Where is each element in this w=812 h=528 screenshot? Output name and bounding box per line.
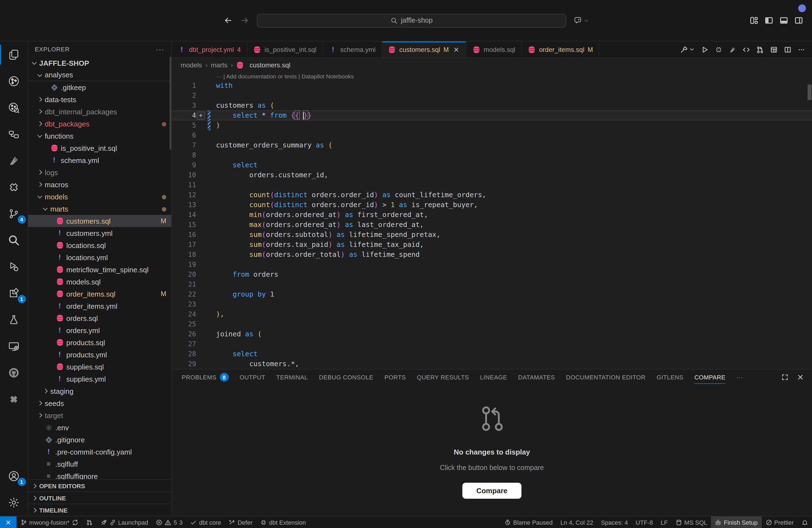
customize-layout-icon[interactable]: [750, 16, 758, 25]
code-line-17[interactable]: 17 sum(orders.tax_paid) as lifetime_tax_…: [172, 240, 812, 250]
code-line-15[interactable]: 15 max(orders.ordered_at) as last_ordere…: [172, 220, 812, 230]
section-open-editors[interactable]: OPEN EDITORS: [28, 480, 171, 492]
code-line-18[interactable]: 18 sum(orders.order_total) as lifetime_s…: [172, 250, 812, 260]
compare-button[interactable]: Compare: [463, 483, 521, 499]
dbt-logo-icon[interactable]: [729, 46, 736, 53]
tree-item-products.yml[interactable]: !products.yml: [28, 349, 171, 361]
tree-item-customers.yml[interactable]: !customers.yml: [28, 227, 171, 239]
sidebar-scrollbar[interactable]: [170, 57, 171, 150]
breadcrumb-item-customers.sql[interactable]: customers.sql: [236, 61, 290, 69]
code-line-22[interactable]: 22 group by 1: [172, 289, 812, 299]
status-eol[interactable]: LF: [657, 516, 672, 528]
tree-item-JAFFLE-SHOP[interactable]: JAFFLE-SHOP: [28, 57, 171, 69]
activity-run-debug[interactable]: [0, 253, 28, 280]
activity-flowchart-view[interactable]: [0, 121, 28, 147]
tree-item-locations.sql[interactable]: locations.sql: [28, 239, 171, 251]
code-line-12[interactable]: 12 count(distinct orders.order_id) as co…: [172, 190, 812, 200]
status-prettier[interactable]: Prettier: [762, 516, 798, 528]
code-icon[interactable]: [742, 46, 750, 53]
editor-scrollbar[interactable]: [808, 85, 811, 100]
forward-icon[interactable]: [240, 16, 249, 25]
tree-item-dbt_packages[interactable]: dbt_packages: [28, 118, 171, 130]
code-line-27[interactable]: 27: [172, 339, 812, 349]
panel-tab-output[interactable]: OUTPUT: [240, 369, 265, 385]
tab-customers.sql[interactable]: customers.sqlM: [382, 41, 466, 57]
toggle-sidebar-icon[interactable]: [765, 16, 773, 25]
status-dbt-core[interactable]: dbt core: [186, 516, 225, 528]
activity-dbt-power-user[interactable]: [0, 174, 28, 201]
tree-item-locations.yml[interactable]: !locations.yml: [28, 251, 171, 263]
code-line-2[interactable]: 2: [172, 91, 812, 101]
tree-item-seeds[interactable]: seeds: [28, 397, 171, 409]
code-line-8[interactable]: 8: [172, 150, 812, 160]
tree-item-schema.yml[interactable]: !schema.yml: [28, 154, 171, 166]
breadcrumb-item-models[interactable]: models: [180, 61, 202, 69]
code-line-25[interactable]: 25: [172, 319, 812, 329]
code-line-28[interactable]: 28 select: [172, 349, 812, 359]
tree-item-.sqlfluff[interactable]: ≡.sqlfluff: [28, 458, 171, 470]
breadcrumb-item-marts[interactable]: marts: [211, 61, 227, 69]
activity-remote-explorer[interactable]: [0, 333, 28, 360]
status-defer[interactable]: Defer: [225, 516, 256, 528]
tree-item-models[interactable]: models: [28, 191, 171, 203]
tree-item-supplies.sql[interactable]: supplies.sql: [28, 361, 171, 373]
tree-item-data-tests[interactable]: data-tests: [28, 93, 171, 105]
code-line-11[interactable]: 11: [172, 180, 812, 190]
status-finish-setup[interactable]: Finish Setup: [711, 516, 762, 528]
panel-tab-query-results[interactable]: QUERY RESULTS: [417, 369, 469, 385]
panel-tab-ports[interactable]: PORTS: [385, 369, 406, 385]
activity-testing[interactable]: [0, 307, 28, 333]
activity-settings[interactable]: [0, 489, 28, 516]
tab-schema.yml[interactable]: !schema.yml: [323, 41, 382, 57]
tab-models.sql[interactable]: models.sql: [466, 41, 522, 57]
x-cross-icon[interactable]: [715, 46, 723, 53]
activity-dbt[interactable]: [0, 147, 28, 174]
status-encoding[interactable]: UTF-8: [632, 516, 657, 528]
tree-item-macros[interactable]: macros: [28, 178, 171, 191]
copilot-menu[interactable]: [574, 16, 590, 25]
code-line-20[interactable]: 20 from orders: [172, 269, 812, 279]
activity-github[interactable]: [0, 360, 28, 386]
status-problems[interactable]: 53: [152, 516, 186, 528]
tree-item-functions[interactable]: functions: [28, 130, 171, 142]
status-launchpad[interactable]: Launchpad: [97, 516, 152, 528]
add-line-button[interactable]: +: [197, 111, 205, 120]
tree-item-models.sql[interactable]: models.sql: [28, 276, 171, 288]
tree-item-order_items.sql[interactable]: order_items.sqlM: [28, 288, 171, 300]
ellipsis-icon[interactable]: [798, 46, 806, 53]
section-outline[interactable]: OUTLINE: [28, 492, 171, 504]
tree-item-.gitignore[interactable]: .gitignore: [28, 434, 171, 446]
code-line-4[interactable]: 4+ select * from {{ }}: [172, 111, 812, 120]
tab-dbt_project.yml[interactable]: !dbt_project.yml4: [172, 41, 247, 57]
close-icon[interactable]: [453, 46, 460, 53]
split-icon[interactable]: [784, 46, 792, 53]
command-center-search[interactable]: jaffle-shop: [257, 14, 566, 27]
tree-item-dbt_internal_packages[interactable]: dbt_internal_packages: [28, 105, 171, 118]
code-line-26[interactable]: 26joined as (: [172, 329, 812, 339]
maximize-panel-icon[interactable]: [781, 373, 789, 381]
tree-item-.pre-commit-config.yaml[interactable]: !.pre-commit-config.yaml: [28, 446, 171, 458]
code-editor[interactable]: ··· | Add documentation or tests | Datap…: [172, 72, 812, 369]
panel-tab-···[interactable]: ···: [737, 369, 743, 385]
code-line-7[interactable]: 7customer_orders_summary as (: [172, 140, 812, 150]
status-dbt-extension[interactable]: dbt Extension: [256, 516, 309, 528]
tree-item-marts[interactable]: marts: [28, 203, 171, 215]
activity-accounts[interactable]: 1: [0, 463, 28, 489]
status-cursor-position[interactable]: Ln 4, Col 22: [556, 516, 597, 528]
activity-dbt-power-user-alt[interactable]: [0, 386, 28, 413]
tree-item-.env[interactable]: .env: [28, 421, 171, 434]
code-line-10[interactable]: 10 orders.customer_id,: [172, 170, 812, 180]
tab-order_items.sql[interactable]: order_items.sqlM: [522, 41, 599, 57]
tree-item-customers.sql[interactable]: customers.sqlM: [28, 215, 171, 227]
tree-item-orders.yml[interactable]: !orders.yml: [28, 324, 171, 336]
status-remote[interactable]: [0, 516, 17, 528]
code-line-3[interactable]: 3customers as (: [172, 101, 812, 111]
tree-item-products.sql[interactable]: products.sql: [28, 336, 171, 349]
panel-tab-compare[interactable]: COMPARE: [694, 369, 725, 385]
status-compare-changes[interactable]: [82, 516, 97, 528]
toggle-secondary-sidebar-icon[interactable]: [794, 16, 803, 25]
panel-tab-datamates[interactable]: DATAMATES: [518, 369, 555, 385]
code-line-16[interactable]: 16 sum(orders.subtotal) as lifetime_spen…: [172, 230, 812, 240]
tree-item-staging[interactable]: staging: [28, 385, 171, 397]
panel-tab-lineage[interactable]: LINEAGE: [480, 369, 507, 385]
